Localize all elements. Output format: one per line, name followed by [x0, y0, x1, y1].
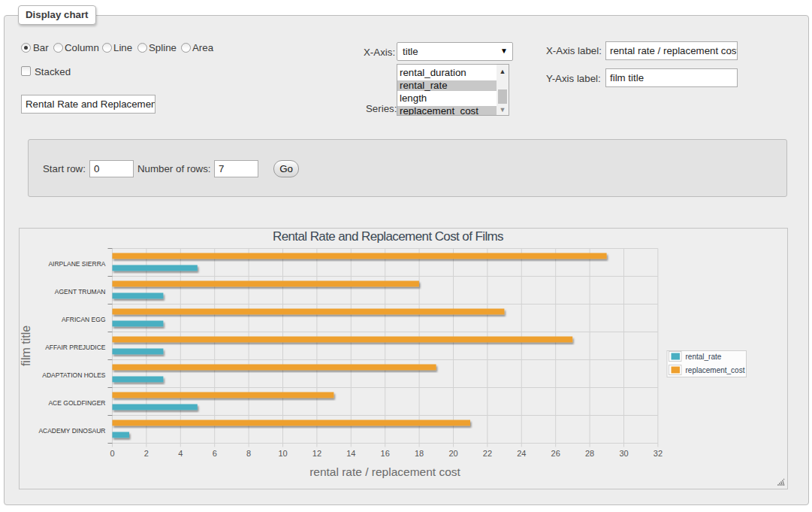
svg-text:8: 8: [246, 449, 251, 458]
svg-text:AFFAIR PREJUDICE: AFFAIR PREJUDICE: [45, 344, 106, 351]
svg-text:10: 10: [278, 449, 287, 458]
svg-text:4: 4: [178, 449, 183, 458]
svg-text:12: 12: [312, 449, 321, 458]
svg-text:0: 0: [110, 449, 114, 458]
svg-text:film title: film title: [20, 326, 32, 366]
svg-text:18: 18: [415, 449, 424, 458]
svg-text:rental rate / replacement cost: rental rate / replacement cost: [309, 465, 460, 478]
svg-text:22: 22: [483, 449, 492, 458]
svg-text:28: 28: [585, 449, 594, 458]
svg-text:Rental Rate and Replacement Co: Rental Rate and Replacement Cost of Film…: [273, 229, 503, 244]
svg-text:2: 2: [144, 449, 149, 458]
svg-text:30: 30: [619, 449, 628, 458]
svg-text:replacement_cost: replacement_cost: [686, 366, 745, 374]
svg-text:14: 14: [346, 449, 355, 458]
svg-text:26: 26: [551, 449, 560, 458]
svg-text:AIRPLANE SIERRA: AIRPLANE SIERRA: [48, 260, 105, 268]
svg-text:rental_rate: rental_rate: [686, 353, 722, 361]
svg-text:20: 20: [448, 449, 457, 458]
svg-text:ACE GOLDFINGER: ACE GOLDFINGER: [48, 399, 105, 407]
svg-text:ADAPTATION HOLES: ADAPTATION HOLES: [42, 371, 106, 379]
svg-text:16: 16: [381, 449, 390, 458]
svg-text:ACADEMY DINOSAUR: ACADEMY DINOSAUR: [38, 427, 105, 435]
svg-text:AFRICAN EGG: AFRICAN EGG: [62, 316, 106, 323]
svg-text:AGENT TRUMAN: AGENT TRUMAN: [55, 288, 106, 295]
svg-text:6: 6: [213, 449, 217, 458]
svg-text:24: 24: [517, 449, 526, 458]
svg-text:32: 32: [654, 449, 663, 458]
